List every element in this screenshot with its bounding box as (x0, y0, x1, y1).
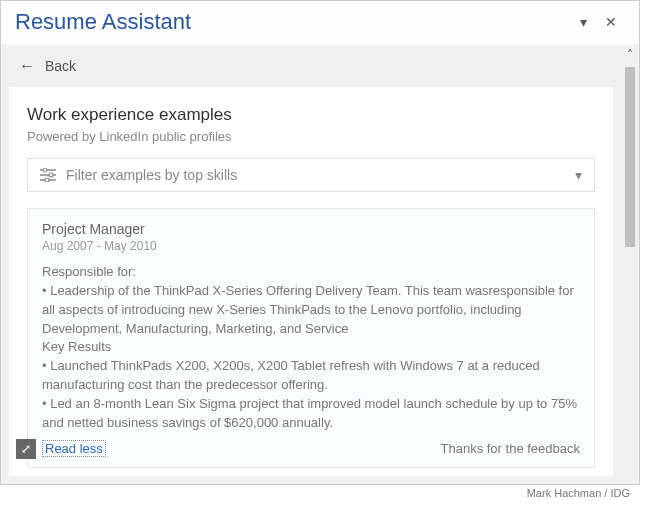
filter-label: Filter examples by top skills (66, 167, 575, 183)
chevron-down-icon: ▾ (575, 167, 582, 183)
svg-point-3 (49, 173, 53, 177)
back-label: Back (45, 58, 76, 74)
scroll-area: ← Back Work experience examples Powered … (1, 45, 621, 484)
chevron-up-icon: ˄ (627, 48, 633, 62)
back-button[interactable]: ← Back (1, 45, 621, 87)
back-arrow-icon: ← (19, 57, 35, 75)
close-button[interactable]: ✕ (597, 10, 625, 34)
filter-dropdown[interactable]: Filter examples by top skills ▾ (27, 158, 595, 192)
experience-example[interactable]: Project Manager Aug 2007 - May 2010 Resp… (27, 208, 595, 468)
section-subtitle: Powered by LinkedIn public profiles (27, 129, 595, 144)
svg-point-5 (45, 178, 49, 182)
feedback-text: Thanks for the feedback (441, 441, 580, 456)
titlebar: Resume Assistant ▾ ✕ (1, 1, 639, 45)
job-body: Responsible for: • Leadership of the Thi… (42, 263, 580, 433)
pane-title: Resume Assistant (15, 9, 569, 35)
scroll-thumb[interactable] (625, 67, 635, 247)
example-footer: ⤢ Read less Thanks for the feedback (42, 439, 580, 459)
caption-text: You can click on each one to get the ful… (0, 499, 660, 505)
sliders-icon (40, 168, 56, 182)
chevron-down-icon: ▾ (580, 14, 587, 30)
work-experience-card: Work experience examples Powered by Link… (9, 87, 613, 476)
expand-button[interactable]: ⤢ (16, 439, 36, 459)
scrollbar[interactable]: ˄ (621, 45, 639, 484)
job-dates: Aug 2007 - May 2010 (42, 239, 580, 253)
section-title: Work experience examples (27, 105, 595, 125)
dropdown-button[interactable]: ▾ (569, 10, 597, 34)
job-title: Project Manager (42, 221, 580, 237)
content-wrap: ← Back Work experience examples Powered … (1, 45, 639, 484)
image-credit: Mark Hachman / IDG (0, 485, 640, 499)
expand-icon: ⤢ (21, 442, 31, 456)
read-less-link[interactable]: Read less (42, 440, 106, 457)
close-icon: ✕ (605, 14, 617, 30)
svg-point-1 (43, 168, 47, 172)
resume-assistant-pane: Resume Assistant ▾ ✕ ← Back Work experie… (0, 0, 640, 485)
scroll-up-button[interactable]: ˄ (621, 45, 639, 65)
